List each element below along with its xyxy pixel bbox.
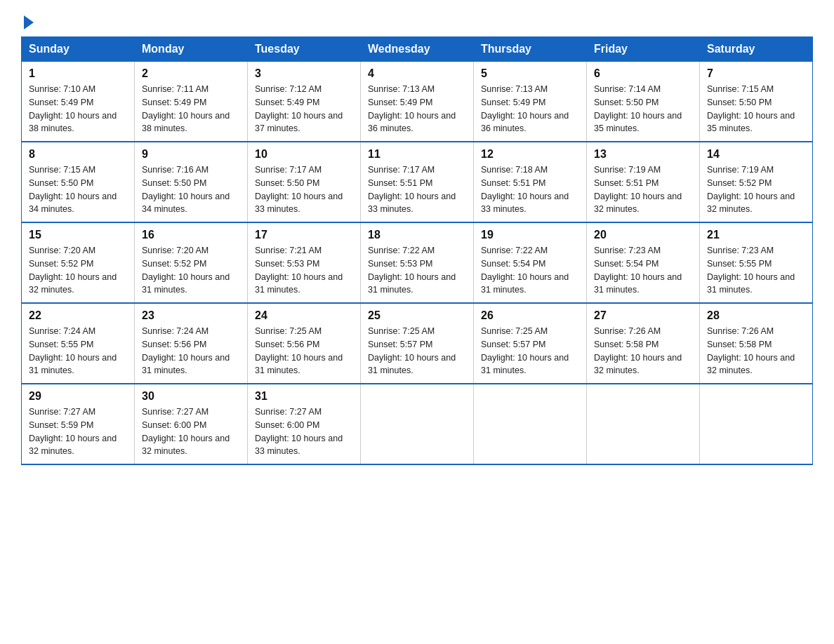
column-header-sunday: Sunday (22, 37, 135, 62)
day-number: 9 (142, 148, 240, 161)
calendar-day-cell: 28 Sunrise: 7:26 AM Sunset: 5:58 PM Dayl… (700, 303, 813, 384)
day-info: Sunrise: 7:20 AM Sunset: 5:52 PM Dayligh… (29, 244, 127, 297)
calendar-week-row: 8 Sunrise: 7:15 AM Sunset: 5:50 PM Dayli… (22, 142, 813, 222)
day-number: 26 (481, 309, 579, 322)
calendar-day-cell: 20 Sunrise: 7:23 AM Sunset: 5:54 PM Dayl… (587, 222, 700, 303)
calendar-day-cell: 3 Sunrise: 7:12 AM Sunset: 5:49 PM Dayli… (248, 62, 361, 142)
day-info: Sunrise: 7:19 AM Sunset: 5:51 PM Dayligh… (594, 163, 692, 216)
column-header-friday: Friday (587, 37, 700, 62)
day-number: 31 (255, 390, 353, 403)
calendar-day-cell: 17 Sunrise: 7:21 AM Sunset: 5:53 PM Dayl… (248, 222, 361, 303)
day-info: Sunrise: 7:26 AM Sunset: 5:58 PM Dayligh… (594, 325, 692, 377)
calendar-day-cell: 31 Sunrise: 7:27 AM Sunset: 6:00 PM Dayl… (248, 384, 361, 464)
day-info: Sunrise: 7:25 AM Sunset: 5:57 PM Dayligh… (481, 325, 579, 377)
page-header (21, 14, 813, 29)
day-info: Sunrise: 7:21 AM Sunset: 5:53 PM Dayligh… (255, 244, 353, 297)
logo (21, 14, 34, 29)
day-number: 25 (368, 309, 466, 322)
calendar-week-row: 22 Sunrise: 7:24 AM Sunset: 5:55 PM Dayl… (22, 303, 813, 384)
day-number: 13 (594, 148, 692, 161)
calendar-day-cell: 18 Sunrise: 7:22 AM Sunset: 5:53 PM Dayl… (361, 222, 474, 303)
day-info: Sunrise: 7:15 AM Sunset: 5:50 PM Dayligh… (707, 83, 805, 135)
day-info: Sunrise: 7:15 AM Sunset: 5:50 PM Dayligh… (29, 163, 127, 216)
day-info: Sunrise: 7:22 AM Sunset: 5:54 PM Dayligh… (481, 244, 579, 297)
calendar-day-cell: 14 Sunrise: 7:19 AM Sunset: 5:52 PM Dayl… (700, 142, 813, 222)
day-info: Sunrise: 7:20 AM Sunset: 5:52 PM Dayligh… (142, 244, 240, 297)
day-number: 22 (29, 309, 127, 322)
day-number: 21 (707, 229, 805, 241)
calendar-day-cell: 8 Sunrise: 7:15 AM Sunset: 5:50 PM Dayli… (22, 142, 135, 222)
empty-day-cell (700, 384, 813, 464)
calendar-day-cell: 30 Sunrise: 7:27 AM Sunset: 6:00 PM Dayl… (135, 384, 248, 464)
calendar-day-cell: 6 Sunrise: 7:14 AM Sunset: 5:50 PM Dayli… (587, 62, 700, 142)
empty-day-cell (361, 384, 474, 464)
day-info: Sunrise: 7:18 AM Sunset: 5:51 PM Dayligh… (481, 163, 579, 216)
day-number: 17 (255, 229, 353, 241)
day-number: 12 (481, 148, 579, 161)
calendar-day-cell: 25 Sunrise: 7:25 AM Sunset: 5:57 PM Dayl… (361, 303, 474, 384)
empty-day-cell (474, 384, 587, 464)
day-number: 15 (29, 229, 127, 241)
day-info: Sunrise: 7:17 AM Sunset: 5:50 PM Dayligh… (255, 163, 353, 216)
day-number: 3 (255, 67, 353, 80)
day-info: Sunrise: 7:24 AM Sunset: 5:56 PM Dayligh… (142, 325, 240, 377)
day-info: Sunrise: 7:27 AM Sunset: 5:59 PM Dayligh… (29, 405, 127, 458)
day-number: 1 (29, 67, 127, 80)
day-info: Sunrise: 7:14 AM Sunset: 5:50 PM Dayligh… (594, 83, 692, 135)
day-number: 27 (594, 309, 692, 322)
day-number: 14 (707, 148, 805, 161)
day-number: 11 (368, 148, 466, 161)
empty-day-cell (587, 384, 700, 464)
day-info: Sunrise: 7:23 AM Sunset: 5:54 PM Dayligh… (594, 244, 692, 297)
calendar-week-row: 1 Sunrise: 7:10 AM Sunset: 5:49 PM Dayli… (22, 62, 813, 142)
calendar-day-cell: 15 Sunrise: 7:20 AM Sunset: 5:52 PM Dayl… (22, 222, 135, 303)
day-info: Sunrise: 7:17 AM Sunset: 5:51 PM Dayligh… (368, 163, 466, 216)
day-number: 8 (29, 148, 127, 161)
day-info: Sunrise: 7:19 AM Sunset: 5:52 PM Dayligh… (707, 163, 805, 216)
day-info: Sunrise: 7:25 AM Sunset: 5:57 PM Dayligh… (368, 325, 466, 377)
calendar-day-cell: 4 Sunrise: 7:13 AM Sunset: 5:49 PM Dayli… (361, 62, 474, 142)
calendar-day-cell: 21 Sunrise: 7:23 AM Sunset: 5:55 PM Dayl… (700, 222, 813, 303)
column-header-monday: Monday (135, 37, 248, 62)
calendar-day-cell: 19 Sunrise: 7:22 AM Sunset: 5:54 PM Dayl… (474, 222, 587, 303)
day-number: 29 (29, 390, 127, 403)
day-number: 6 (594, 67, 692, 80)
calendar-day-cell: 24 Sunrise: 7:25 AM Sunset: 5:56 PM Dayl… (248, 303, 361, 384)
day-number: 5 (481, 67, 579, 80)
day-info: Sunrise: 7:13 AM Sunset: 5:49 PM Dayligh… (481, 83, 579, 135)
column-header-wednesday: Wednesday (361, 37, 474, 62)
calendar-day-cell: 11 Sunrise: 7:17 AM Sunset: 5:51 PM Dayl… (361, 142, 474, 222)
column-header-thursday: Thursday (474, 37, 587, 62)
day-number: 2 (142, 67, 240, 80)
calendar-day-cell: 13 Sunrise: 7:19 AM Sunset: 5:51 PM Dayl… (587, 142, 700, 222)
day-info: Sunrise: 7:25 AM Sunset: 5:56 PM Dayligh… (255, 325, 353, 377)
calendar-header-row: SundayMondayTuesdayWednesdayThursdayFrid… (22, 37, 813, 62)
column-header-tuesday: Tuesday (248, 37, 361, 62)
calendar-day-cell: 12 Sunrise: 7:18 AM Sunset: 5:51 PM Dayl… (474, 142, 587, 222)
day-info: Sunrise: 7:16 AM Sunset: 5:50 PM Dayligh… (142, 163, 240, 216)
day-number: 28 (707, 309, 805, 322)
day-number: 30 (142, 390, 240, 403)
day-info: Sunrise: 7:27 AM Sunset: 6:00 PM Dayligh… (142, 405, 240, 458)
logo-arrow-icon (24, 15, 34, 29)
day-info: Sunrise: 7:27 AM Sunset: 6:00 PM Dayligh… (255, 405, 353, 458)
calendar-day-cell: 10 Sunrise: 7:17 AM Sunset: 5:50 PM Dayl… (248, 142, 361, 222)
day-number: 10 (255, 148, 353, 161)
day-info: Sunrise: 7:23 AM Sunset: 5:55 PM Dayligh… (707, 244, 805, 297)
day-number: 20 (594, 229, 692, 241)
calendar-day-cell: 29 Sunrise: 7:27 AM Sunset: 5:59 PM Dayl… (22, 384, 135, 464)
calendar-week-row: 15 Sunrise: 7:20 AM Sunset: 5:52 PM Dayl… (22, 222, 813, 303)
calendar-day-cell: 5 Sunrise: 7:13 AM Sunset: 5:49 PM Dayli… (474, 62, 587, 142)
day-number: 7 (707, 67, 805, 80)
calendar-day-cell: 23 Sunrise: 7:24 AM Sunset: 5:56 PM Dayl… (135, 303, 248, 384)
day-info: Sunrise: 7:11 AM Sunset: 5:49 PM Dayligh… (142, 83, 240, 135)
calendar-day-cell: 1 Sunrise: 7:10 AM Sunset: 5:49 PM Dayli… (22, 62, 135, 142)
day-number: 18 (368, 229, 466, 241)
calendar-day-cell: 7 Sunrise: 7:15 AM Sunset: 5:50 PM Dayli… (700, 62, 813, 142)
day-info: Sunrise: 7:26 AM Sunset: 5:58 PM Dayligh… (707, 325, 805, 377)
day-number: 23 (142, 309, 240, 322)
calendar-table: SundayMondayTuesdayWednesdayThursdayFrid… (21, 36, 813, 465)
calendar-day-cell: 9 Sunrise: 7:16 AM Sunset: 5:50 PM Dayli… (135, 142, 248, 222)
calendar-week-row: 29 Sunrise: 7:27 AM Sunset: 5:59 PM Dayl… (22, 384, 813, 464)
day-info: Sunrise: 7:12 AM Sunset: 5:49 PM Dayligh… (255, 83, 353, 135)
